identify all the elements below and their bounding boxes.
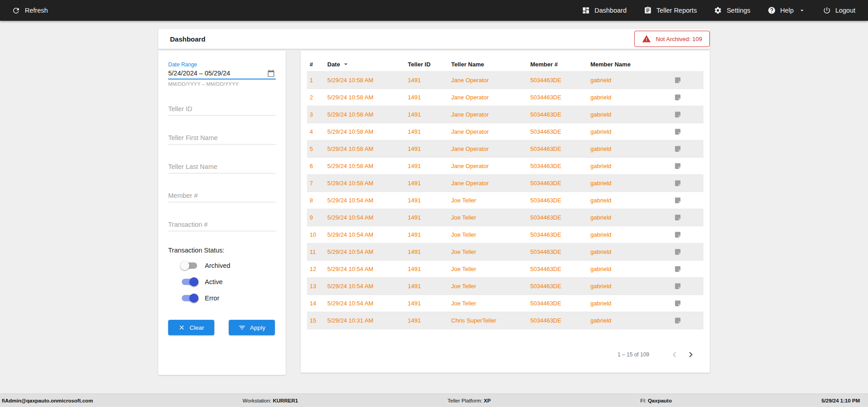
not-archived-badge[interactable]: Not Archived: 109 xyxy=(634,31,710,47)
row-member-name: gabrield xyxy=(590,180,674,187)
note-icon[interactable] xyxy=(674,282,682,290)
teller-id-input[interactable] xyxy=(168,104,276,114)
note-icon[interactable] xyxy=(674,214,682,221)
nav-settings[interactable]: Settings xyxy=(714,6,750,14)
row-date: 5/29/24 10:54 AM xyxy=(327,214,408,221)
row-date: 5/29/24 10:31 AM xyxy=(327,317,408,324)
nav-help-label: Help xyxy=(780,7,794,14)
note-icon[interactable] xyxy=(674,299,682,307)
row-member-number: 5034463DE xyxy=(530,283,590,290)
row-teller-id: 1491 xyxy=(408,77,451,84)
refresh-icon xyxy=(12,6,20,15)
teller-first-name-input[interactable] xyxy=(168,133,276,143)
teller-platform-value: XP xyxy=(484,398,491,403)
table-row[interactable]: 2 5/29/24 10:58 AM 1491 Jane Operator 50… xyxy=(307,89,703,106)
row-teller-name: Joe Teller xyxy=(451,214,530,221)
note-icon[interactable] xyxy=(674,248,682,256)
date-range-input[interactable] xyxy=(168,68,276,79)
nav-teller-reports[interactable]: Teller Reports xyxy=(644,6,697,14)
table-row[interactable]: 10 5/29/24 10:54 AM 1491 Joe Teller 5034… xyxy=(307,226,703,243)
note-icon[interactable] xyxy=(674,128,682,136)
row-member-name: gabrield xyxy=(590,214,674,221)
previous-page-button[interactable] xyxy=(666,346,683,363)
column-header-member-name: Member Name xyxy=(590,61,674,68)
table-row[interactable]: 6 5/29/24 10:58 AM 1491 Jane Operator 50… xyxy=(307,158,703,175)
row-teller-id: 1491 xyxy=(408,197,451,204)
table-row[interactable]: 5 5/29/24 10:58 AM 1491 Jane Operator 50… xyxy=(307,140,703,158)
table-row[interactable]: 12 5/29/24 10:54 AM 1491 Joe Teller 5034… xyxy=(307,261,703,278)
column-header-number: # xyxy=(310,61,327,68)
nav-logout[interactable]: Logout xyxy=(823,6,855,14)
row-teller-id: 1491 xyxy=(408,317,451,324)
error-toggle-label: Error xyxy=(205,295,219,302)
dashboard-icon xyxy=(582,6,590,14)
apply-button[interactable]: Apply xyxy=(229,320,275,335)
note-icon[interactable] xyxy=(674,162,682,170)
row-number: 15 xyxy=(310,317,327,324)
page-title: Dashboard xyxy=(170,35,205,43)
table-row[interactable]: 13 5/29/24 10:54 AM 1491 Joe Teller 5034… xyxy=(307,278,703,295)
row-number: 4 xyxy=(310,128,327,135)
row-teller-id: 1491 xyxy=(408,94,451,101)
active-toggle[interactable] xyxy=(182,279,197,285)
row-member-number: 5034463DE xyxy=(530,317,590,324)
note-icon[interactable] xyxy=(674,196,682,204)
row-teller-id: 1491 xyxy=(408,128,451,135)
row-number: 5 xyxy=(310,145,327,152)
member-number-field xyxy=(168,191,276,202)
note-icon[interactable] xyxy=(674,111,682,118)
table-row[interactable]: 15 5/29/24 10:31 AM 1491 Chris SuperTell… xyxy=(307,312,703,329)
row-member-number: 5034463DE xyxy=(530,94,590,101)
nav-dashboard[interactable]: Dashboard xyxy=(582,6,627,14)
table-row[interactable]: 4 5/29/24 10:58 AM 1491 Jane Operator 50… xyxy=(307,123,703,140)
row-member-number: 5034463DE xyxy=(530,214,590,221)
transaction-number-field xyxy=(168,220,276,231)
note-icon[interactable] xyxy=(674,317,682,324)
row-member-name: gabrield xyxy=(590,248,674,255)
row-teller-name: Jane Operator xyxy=(451,180,530,187)
clear-button[interactable]: Clear xyxy=(168,320,214,335)
row-number: 12 xyxy=(310,266,327,272)
status-bar: fiAdmin@qaxpauto.onmicrosoft.com Worksta… xyxy=(0,393,868,407)
row-number: 11 xyxy=(310,248,327,255)
row-teller-id: 1491 xyxy=(408,163,451,169)
row-member-name: gabrield xyxy=(590,197,674,204)
row-member-number: 5034463DE xyxy=(530,248,590,255)
main-content: Dashboard Not Archived: 109 Date Range M… xyxy=(158,29,710,375)
transaction-number-input[interactable] xyxy=(168,220,276,229)
nav-help[interactable]: Help xyxy=(768,6,806,14)
table-body: 1 5/29/24 10:58 AM 1491 Jane Operator 50… xyxy=(307,72,703,329)
note-icon[interactable] xyxy=(674,265,682,273)
teller-last-name-input[interactable] xyxy=(168,162,276,172)
row-member-name: gabrield xyxy=(590,145,674,152)
table-row[interactable]: 3 5/29/24 10:58 AM 1491 Jane Operator 50… xyxy=(307,106,703,123)
teller-platform-info: Teller Platform: XP xyxy=(448,398,491,403)
error-toggle[interactable] xyxy=(182,295,197,301)
note-icon[interactable] xyxy=(674,231,682,239)
row-number: 8 xyxy=(310,197,327,204)
next-page-button[interactable] xyxy=(683,346,699,363)
row-number: 14 xyxy=(310,300,327,307)
note-icon[interactable] xyxy=(674,76,682,84)
archived-toggle[interactable] xyxy=(182,262,197,269)
row-teller-name: Chris SuperTeller xyxy=(451,317,530,324)
refresh-button[interactable]: Refresh xyxy=(12,6,48,15)
calendar-icon[interactable] xyxy=(267,70,275,77)
table-row[interactable]: 1 5/29/24 10:58 AM 1491 Jane Operator 50… xyxy=(307,72,703,89)
row-member-name: gabrield xyxy=(590,163,674,169)
table-row[interactable]: 9 5/29/24 10:54 AM 1491 Joe Teller 50344… xyxy=(307,209,703,226)
warning-icon xyxy=(642,34,651,43)
row-member-number: 5034463DE xyxy=(530,163,590,169)
table-row[interactable]: 14 5/29/24 10:54 AM 1491 Joe Teller 5034… xyxy=(307,295,703,312)
note-icon[interactable] xyxy=(674,145,682,153)
table-row[interactable]: 8 5/29/24 10:54 AM 1491 Joe Teller 50344… xyxy=(307,192,703,209)
table-row[interactable]: 7 5/29/24 10:58 AM 1491 Jane Operator 50… xyxy=(307,175,703,192)
row-teller-name: Jane Operator xyxy=(451,145,530,152)
table-row[interactable]: 11 5/29/24 10:54 AM 1491 Joe Teller 5034… xyxy=(307,243,703,261)
pagination-range-label: 1 – 15 of 109 xyxy=(618,351,649,358)
note-icon[interactable] xyxy=(674,179,682,187)
note-icon[interactable] xyxy=(674,94,682,101)
row-teller-id: 1491 xyxy=(408,300,451,307)
column-header-date[interactable]: Date xyxy=(327,60,408,68)
member-number-input[interactable] xyxy=(168,191,276,201)
